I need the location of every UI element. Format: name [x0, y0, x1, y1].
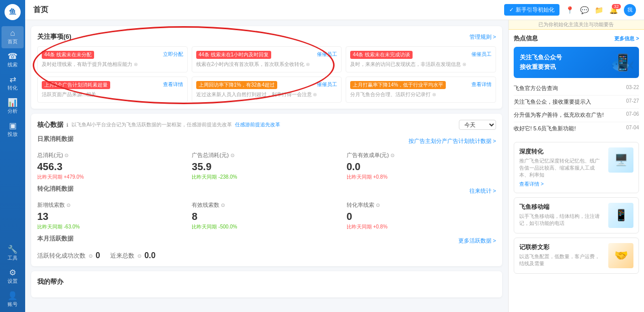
attention-manage-link[interactable]: 管理规则 >	[469, 33, 496, 41]
sidebar-item-settings[interactable]: ⚙ 设置	[2, 266, 24, 288]
sidebar-item-ad[interactable]: ▣ 投放	[2, 119, 24, 141]
third-party-info: 记联桥文彩 以选飞鱼配置，低数量，客户运费，结线及需量	[519, 243, 604, 267]
deep-conversion-title: 深度转化	[519, 147, 604, 156]
sidebar-item-account[interactable]: 👤 账号	[2, 289, 24, 311]
mobile-app-card: 飞鱼移动端 以手飞鱼移动端，结体结构，注注请记，如引功能的电话 📱	[514, 197, 639, 233]
attention-action-1[interactable]: 立即分配	[163, 51, 183, 58]
metric-ad-spend: 广告总消耗(元) ⊙ 35.9 比昨天同期 -238.0%	[192, 151, 341, 181]
attention-tag: 上周回访率下降1%，有32条4超过	[196, 81, 277, 89]
notification-badge: 32	[612, 4, 621, 9]
main-content: 关注事项(6) 管理规则 > 44条 线索未在未分配 立即分配 及时处理线索，有…	[25, 20, 508, 312]
core-data-title: 核心数据	[37, 120, 63, 129]
attention-action-5[interactable]: 催催员工	[317, 81, 337, 88]
info-icon-1: ⊙	[64, 152, 68, 158]
banner-text: 关注飞鱼公众号接收重要资讯	[520, 53, 562, 72]
attention-action-2[interactable]: 催催员工	[317, 51, 337, 58]
metric-ad-order: 广告有效成单(元) ⊙ 0.0 比昨天同期 +0.8%	[347, 151, 496, 181]
settings-icon: ⚙	[9, 269, 16, 277]
attention-item: 上周回访率下降1%，有32条4超过 催催员工 近过这来新人员入自然打到超过，利率…	[192, 76, 342, 103]
news-item-2[interactable]: 关注飞鱼公众，接收重要提示入 07-27	[514, 96, 639, 109]
folder-icon[interactable]: 📁	[595, 6, 603, 14]
news-item-4[interactable]: 收好它! 5.6员飞鱼新功能! 07-04	[514, 122, 639, 135]
account-icon: 👤	[8, 292, 18, 300]
sidebar-item-clue[interactable]: ☎ 线索	[2, 49, 24, 71]
location-icon[interactable]: 📍	[566, 6, 574, 14]
info-icon-5: ⊙	[221, 202, 225, 208]
metric-label-1: 总消耗(元) ⊙	[37, 151, 187, 159]
metric-value-4: 13	[37, 211, 187, 222]
hot-info-more-link[interactable]: 更多信息 >	[614, 35, 639, 42]
metric-value-5: 8	[192, 211, 341, 222]
hot-info-title: 热点信息	[514, 34, 538, 43]
attention-tag: 上月打赢率下降14%，低于行业平均水平	[350, 81, 446, 89]
monthly-more-link[interactable]: 更多活跃数据 >	[458, 237, 496, 245]
attention-item: 44条 线索未在未完成访谈 催催员工 及时，来来的访问已发现状态，非活跃在发现信…	[346, 46, 496, 72]
sidebar-item-analysis[interactable]: 📊 分析	[2, 96, 24, 118]
sidebar-item-label: 分析	[8, 108, 18, 115]
metric-label-5: 有效线索数 ⊙	[192, 201, 341, 209]
attention-card: 关注事项(6) 管理规则 > 44条 线索未在未分配 立即分配 及时处理线索，有…	[31, 26, 502, 109]
daily-metrics-row: 总消耗(元) ⊙ 456.3 比昨天同期 +479.0% 广告总消耗(元) ⊙ …	[37, 151, 496, 181]
sidebar-logo: 鱼	[5, 4, 21, 20]
info-icon-4: ⊙	[66, 202, 70, 208]
metric-label-4: 新增线索数 ⊙	[37, 201, 187, 209]
conversion-stat-link[interactable]: 往来统计 >	[469, 187, 496, 195]
metric-value-1: 456.3	[37, 161, 187, 173]
top-nav-right: ✓ 新手引导初始化 📍 💬 📁 🔔 32 我	[504, 4, 636, 16]
third-party-card: 记联桥文彩 以选飞鱼配置，低数量，客户运费，结线及需量 🤝	[514, 238, 639, 274]
metric-compare-2: 比昨天同期 -238.0%	[192, 174, 341, 181]
news-item-3[interactable]: 分升值为客户善待，低充欣欢在广告! 07-06	[514, 109, 639, 122]
attention-tag: 44条 线索未在1小时内及时回复	[196, 51, 271, 59]
top-tip: 已为你初始化主流关注与功能要告	[508, 20, 644, 30]
deep-conversion-info: 深度转化 推广飞鱼记忆深度转化记忆包、线广告值一品比较高、缩减客服人工成本、利率…	[519, 147, 604, 188]
info-icon-monthly-1: ⊙	[89, 253, 93, 259]
hot-info-header: 热点信息 更多信息 >	[514, 34, 639, 43]
monthly-metrics-row: 活跃转化成功次数 ⊙ 0 近来总数 ⊙ 0.0	[37, 251, 496, 260]
sidebar-item-home[interactable]: ⌂ 首页	[2, 26, 24, 48]
analysis-icon: 📊	[8, 99, 18, 107]
sidebar-item-label: 首页	[8, 38, 18, 45]
monthly-value-2: 0.0	[144, 251, 155, 260]
user-avatar[interactable]: 我	[624, 4, 636, 16]
deep-conversion-card: 深度转化 推广飞鱼记忆深度转化记忆包、线广告值一品比较高、缩减客服人工成本、利率…	[514, 142, 639, 193]
metric-label-2: 广告总消耗(元) ⊙	[192, 151, 341, 159]
monthly-value-1: 0	[96, 251, 100, 260]
sidebar-item-label: 设置	[8, 278, 18, 285]
news-item-1[interactable]: 飞鱼官方公告查询 03-22	[514, 82, 639, 95]
right-panel: 已为你初始化主流关注与功能要告 热点信息 更多信息 > 关注飞鱼公众号接收重要资…	[508, 20, 644, 312]
attention-title: 关注事项(6)	[37, 32, 71, 41]
check-icon: ✓	[509, 7, 514, 13]
attention-desc-4: 活跃页面产品来源...相关	[42, 91, 183, 98]
conversion-section-title: 转化消耗数据	[37, 185, 73, 193]
metric-compare-5: 比昨天同期 -500.0%	[192, 223, 341, 230]
message-icon[interactable]: 💬	[580, 6, 589, 14]
mobile-app-title: 飞鱼移动端	[519, 203, 604, 211]
attention-item: 上月2个广告计划消耗素超量 查看详情 活跃页面产品来源...相关	[37, 76, 188, 103]
sidebar-item-convert[interactable]: ⇄ 转化	[2, 72, 24, 95]
new-user-guide-button[interactable]: ✓ 新手引导初始化	[504, 4, 559, 16]
deep-conversion-desc: 推广飞鱼记忆深度转化记忆包、线广告值一品比较高、缩减客服人工成本、利率知	[519, 158, 604, 179]
info-icon-6: ⊙	[376, 202, 380, 208]
page-title: 首页	[33, 5, 48, 15]
metric-compare-6: 比昨天同期 +0.8%	[347, 223, 496, 230]
attention-action-3[interactable]: 催催员工	[471, 51, 492, 58]
news-date-1: 03-22	[626, 85, 639, 90]
date-selector[interactable]: 今天 昨天 最近7天	[459, 120, 496, 130]
attention-item: 44条 线索未在未分配 立即分配 及时处理线索，有助于提升其他相应能力 ⊙	[37, 46, 188, 72]
core-data-header: 核心数据 ℹ 以飞鱼AI小平台业合记为飞鱼活跃数据的一架框架，任感游前提追先改革…	[37, 120, 496, 130]
attention-item: 上月打赢率下降14%，低于行业平均水平 查看详情 分月飞鱼合分合理、活跃打分记录…	[346, 76, 496, 103]
bell-icon[interactable]: 🔔 32	[609, 6, 618, 14]
ad-plan-link[interactable]: 按广告主划分产广告计划统计数据 >	[409, 137, 496, 145]
sidebar-item-tools[interactable]: 🔧 工具	[2, 243, 24, 265]
attention-desc-2: 线索在2小时内没有首次联系，首次联系全收转化 ⊙	[196, 61, 338, 68]
deep-conversion-link[interactable]: 查看详情 >	[519, 181, 604, 188]
core-data-link[interactable]: 任感游前提追先改革	[235, 121, 280, 128]
attention-action-6[interactable]: 查看详情	[471, 81, 492, 88]
attention-action-4[interactable]: 查看详情	[163, 81, 183, 88]
third-party-desc: 以选飞鱼配置，低数量，客户运费，结线及需量	[519, 253, 604, 267]
monthly-item-2: 近来总数 ⊙ 0.0	[110, 251, 155, 260]
info-icon-2: ⊙	[230, 152, 234, 158]
metric-value-3: 0.0	[347, 161, 496, 173]
mobile-app-desc: 以手飞鱼移动端，结体结构，注注请记，如引功能的电话	[519, 213, 604, 227]
attention-tag: 上月2个广告计划消耗素超量	[42, 81, 110, 89]
